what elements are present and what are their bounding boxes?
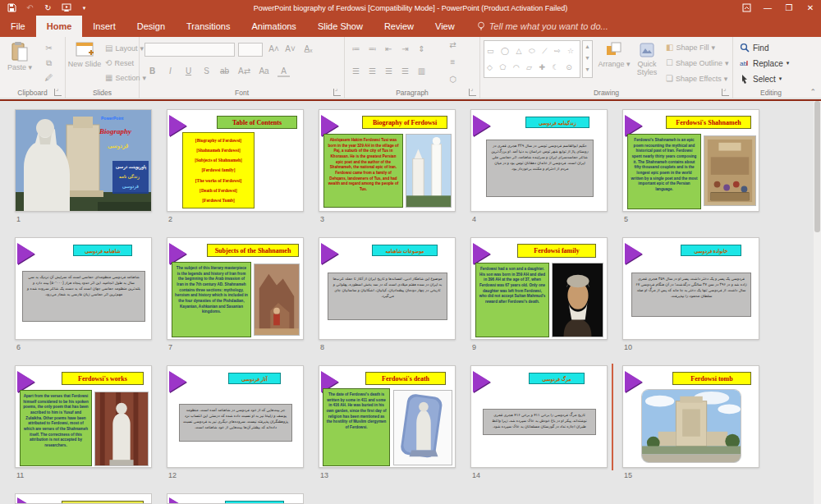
replace-button[interactable]: ab Replace ▾ [740, 58, 789, 68]
slide-title-banner: آثار فردوسی [228, 373, 281, 384]
vertical-scrollbar[interactable] [814, 101, 821, 504]
shape-fill-button[interactable]: ◧Shape Fill ▾ [666, 43, 715, 52]
italic-icon[interactable]: I [164, 66, 177, 76]
increase-font-icon[interactable]: A˄ [268, 44, 280, 53]
slide-thumbnail-16[interactable] [15, 493, 152, 504]
line-spacing-icon[interactable]: ⇕ [415, 44, 428, 53]
slide-thumbnail-5[interactable]: Ferdowsi's Shahnameh Ferdowsi's Shahname… [622, 109, 759, 212]
tab-transitions[interactable]: Transitions [176, 16, 241, 37]
slide-thumbnail-15[interactable]: Ferdowsi tomb [622, 365, 759, 468]
decrease-indent-icon[interactable]: ⇤ [383, 44, 395, 53]
ribbon: Paste ▾ ✂ ⧉ 🖉 Clipboard New Slide ▤Layou… [0, 37, 821, 99]
increase-indent-icon[interactable]: ⇥ [399, 44, 411, 53]
clear-formatting-icon[interactable]: A̲ₓ [302, 44, 314, 53]
slide-9-image [552, 263, 603, 337]
copy-icon[interactable]: ⧉ [43, 58, 55, 68]
slide-thumbnail-6[interactable]: شاهنامه فردوسی شاهنامه فردوسی منظومه‌ای … [15, 237, 152, 340]
clipboard-dialog-launcher[interactable] [54, 89, 62, 96]
triangle-shape [169, 371, 186, 392]
slide-thumbnail-14[interactable]: مرگ فردوسی تاریخ مرگ فردوسی را برخی ۴۱۱ … [470, 365, 608, 468]
slide-thumbnail-8[interactable]: موضوعات شاهنامه موضوع این شاهکار ادبی، ا… [319, 237, 456, 340]
format-painter-icon[interactable]: 🖉 [43, 73, 55, 82]
quick-styles-button[interactable]: Quick Styles [630, 41, 664, 77]
slide-thumbnail-17[interactable] [167, 493, 304, 504]
underline-icon[interactable]: U [182, 66, 195, 76]
shape-outline-button[interactable]: ☐Shape Outline ▾ [666, 58, 729, 67]
reset-button[interactable]: ⟲Reset [105, 58, 134, 67]
font-dialog-launcher[interactable] [333, 89, 341, 96]
slide-thumbnail-4[interactable]: زندگینامه فردوسی حکیم ابوالقاسم فردوسی ت… [470, 109, 608, 212]
tab-insert[interactable]: Insert [82, 16, 126, 37]
shapes-gallery-scroll[interactable]: ▲▼▼ [582, 40, 593, 78]
font-size-combo[interactable] [238, 43, 263, 57]
strikethrough-icon[interactable]: ab [218, 66, 231, 76]
slide-thumbnail-3[interactable]: Biography of Ferdowsi Abolqasem Hakim Fe… [319, 109, 456, 212]
paragraph-group: ≔ ≕ ⇤ ⇥ ⇕ ☰ ☰ ☰ ☰ ▥ ⇄ ≡ ⬡ Paragraph [345, 37, 480, 99]
undo-icon[interactable]: ↶ [25, 2, 35, 13]
slide-thumbnail-10[interactable]: خانواده فردوسی فردوسی یک پسر و یک دختر د… [622, 237, 759, 340]
close-button[interactable]: ✕ [800, 0, 821, 16]
arrange-button[interactable]: Arrange ▾ [597, 41, 631, 69]
slide-thumbnail-9[interactable]: Ferdowsi family Ferdowsi had a son and a… [470, 237, 608, 340]
slide-number: 13 [320, 471, 328, 479]
slide-13-image [393, 390, 452, 465]
bullets-icon[interactable]: ≔ [350, 44, 362, 53]
align-text-icon[interactable]: ≡ [447, 57, 459, 66]
tab-home[interactable]: Home [36, 16, 83, 37]
columns-icon[interactable]: ▥ [415, 66, 428, 76]
numbering-icon[interactable]: ≕ [366, 44, 378, 53]
customize-qat-icon[interactable]: ▾ [79, 2, 89, 13]
bold-icon[interactable]: B [146, 66, 158, 76]
paste-button[interactable]: Paste ▾ [2, 41, 37, 72]
justify-icon[interactable]: ☰ [399, 66, 411, 76]
tab-review[interactable]: Review [374, 16, 424, 37]
save-icon[interactable] [7, 2, 17, 13]
restore-button[interactable]: ❐ [778, 0, 800, 16]
slide-thumbnail-1[interactable]: PowerPoint Biography فردوسی پاورپوینت در… [15, 109, 152, 212]
decrease-font-icon[interactable]: A˅ [284, 44, 296, 53]
find-button[interactable]: Find [740, 43, 768, 53]
slide-body-box: Ferdowsi had a son and a daughter. His s… [475, 263, 549, 337]
layout-button[interactable]: ▤Layout ▾ [105, 44, 144, 53]
slide-thumbnail-7[interactable]: Subjects of the Shahnameh The subject of… [167, 237, 304, 340]
tab-slideshow[interactable]: Slide Show [307, 16, 374, 37]
tab-view[interactable]: View [424, 16, 466, 37]
minimize-button[interactable]: — [757, 0, 778, 16]
select-button[interactable]: Select ▾ [740, 74, 782, 84]
font-name-combo[interactable] [144, 43, 235, 57]
text-direction-icon[interactable]: ⇄ [447, 40, 459, 49]
tab-animations[interactable]: Animations [241, 16, 306, 37]
drawing-dialog-launcher[interactable] [722, 89, 729, 96]
tab-file[interactable]: File [0, 16, 36, 37]
smartart-icon[interactable]: ⬡ [447, 75, 459, 84]
slide-body-box: جز بیت‌هایی که از خود فردوسی در شاهنامه … [179, 404, 292, 442]
slide-thumbnail-12[interactable]: آثار فردوسی جز بیت‌هایی که از خود فردوسی… [167, 365, 304, 468]
cut-icon[interactable]: ✂ [43, 44, 55, 53]
slide-thumbnail-13[interactable]: Ferdowsi's death The date of Ferdowsi's … [319, 365, 456, 468]
character-spacing-icon[interactable]: A⇄ [238, 66, 250, 76]
slide-11-image [94, 392, 149, 466]
tell-me-box[interactable]: Tell me what you want to do... [466, 16, 608, 37]
shadow-icon[interactable]: S [200, 66, 213, 76]
change-case-icon[interactable]: Aa [258, 66, 270, 76]
slide-title-banner: شاهنامه فردوسی [73, 245, 132, 256]
align-right-icon[interactable]: ☰ [383, 66, 395, 76]
ribbon-display-options-icon[interactable] [736, 0, 757, 16]
slide-thumbnail-11[interactable]: Ferdowsi's works Apart from the verses t… [15, 365, 152, 468]
redo-icon[interactable]: ↻ [43, 2, 53, 13]
shapes-gallery[interactable]: ▭ ◯ △ ⬭ ⟋ ⇨ ☆◇ ⬠ ◠ ▱ ✚ ☾ ⊙ [484, 40, 580, 78]
shape-effects-button[interactable]: ❏Shape Effects ▾ [666, 74, 727, 83]
slide-title-banner: Biography of Ferdowsi [362, 116, 447, 129]
font-color-icon[interactable]: A [277, 66, 290, 77]
new-slide-button[interactable]: New Slide [67, 41, 102, 69]
slide-title-banner: Ferdowsi's works [62, 372, 144, 385]
align-center-icon[interactable]: ☰ [366, 66, 378, 76]
slide-thumbnail-2[interactable]: Table of Contents [Biography of Ferdowsi… [167, 109, 304, 212]
collapse-ribbon-icon[interactable]: ⌃ [810, 88, 816, 96]
tab-design[interactable]: Design [126, 16, 176, 37]
scrollbar-thumb[interactable] [814, 101, 820, 232]
slide-7-image [254, 263, 300, 336]
align-left-icon[interactable]: ☰ [350, 66, 362, 76]
start-slideshow-icon[interactable] [61, 2, 71, 13]
paragraph-dialog-launcher[interactable] [469, 89, 476, 96]
